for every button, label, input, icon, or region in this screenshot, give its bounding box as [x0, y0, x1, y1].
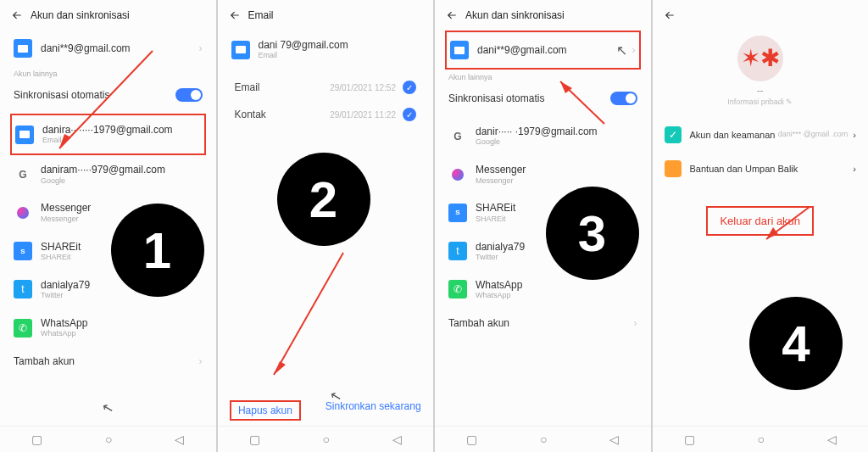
step-badge-4: 4	[749, 297, 843, 390]
primary-email: dani**9@gmail.com	[41, 42, 199, 54]
nav-bar: ▢ ○ ◁	[653, 426, 869, 452]
edit-icon: ✎	[786, 98, 793, 106]
whatsapp-icon: ✆	[14, 319, 32, 338]
account-row-whatsapp[interactable]: ✆WhatsAppWhatsApp	[10, 309, 206, 347]
primary-account-row[interactable]: dani**9@gmail.com ›	[10, 31, 206, 66]
account-type: Email	[259, 51, 420, 60]
chevron-right-icon: ›	[632, 44, 636, 56]
sync-now-button[interactable]: Sinkronkan sekarang	[326, 400, 421, 421]
check-icon: ✓	[403, 81, 416, 94]
nav-bar: ▢ ○ ◁	[435, 426, 651, 452]
sync-row-kontak[interactable]: Kontak29/01/2021 11:22✓	[228, 101, 424, 128]
account-sub: Google	[41, 176, 203, 186]
back-icon[interactable]	[661, 7, 678, 24]
profile-header: ✶✱ -- Informasi pribadi ✎	[653, 31, 869, 106]
account-name: daniram·····979@gmail.com	[41, 164, 203, 176]
sync-label: Kontak	[235, 109, 331, 120]
nav-home-icon[interactable]: ○	[758, 432, 765, 446]
mail-icon	[14, 39, 32, 58]
primary-email: dani**9@gmail.com	[477, 44, 616, 56]
nav-bar: ▢ ○ ◁	[0, 426, 216, 452]
sync-row-email[interactable]: Email29/01/2021 12:52✓	[228, 74, 424, 101]
nav-recent-icon[interactable]: ▢	[31, 432, 42, 446]
primary-account-row[interactable]: dani**9@gmail.com ↖ ›	[445, 31, 641, 70]
sync-date: 29/01/2021 11:22	[330, 110, 396, 120]
account-sub: Twitter	[41, 291, 203, 300]
nav-bar: ▢ ○ ◁	[218, 426, 434, 452]
back-icon[interactable]	[443, 7, 460, 24]
add-account-row[interactable]: Tambah akun ›	[10, 347, 206, 376]
messenger-icon	[448, 165, 467, 184]
whatsapp-icon: ✆	[448, 280, 467, 299]
auto-sync-row[interactable]: Sinkronisasi otomatis	[445, 83, 641, 114]
twitter-icon: t	[14, 280, 32, 299]
auto-sync-toggle[interactable]	[610, 92, 637, 105]
check-icon: ✓	[403, 108, 416, 121]
account-sub: Google	[476, 137, 637, 147]
shareit-icon: S	[14, 242, 32, 260]
account-row-whatsapp[interactable]: ✆WhatsAppWhatsApp	[445, 271, 641, 309]
nav-recent-icon[interactable]: ▢	[684, 432, 695, 446]
page-title: Akun dan sinkronisasi	[465, 9, 565, 21]
add-account-label: Tambah akun	[448, 317, 634, 329]
nav-back-icon[interactable]: ◁	[827, 432, 837, 446]
account-row-messenger[interactable]: MessengerMessenger	[445, 155, 641, 193]
auto-sync-label: Sinkronisasi otomatis	[14, 89, 175, 101]
shield-icon: ✓	[665, 126, 682, 143]
account-header-row[interactable]: dani 79@gmail.com Email	[228, 31, 424, 69]
account-row-google[interactable]: danir····· ·1979@gmail.comGoogle	[445, 117, 641, 155]
shareit-icon: S	[448, 204, 467, 222]
sign-out-button[interactable]: Keluar dari akun	[706, 206, 814, 236]
avatar[interactable]: ✶✱	[737, 36, 783, 81]
chevron-right-icon: ›	[199, 355, 203, 367]
profile-item-security[interactable]: ✓ Akun dan keamanan dani*** @gmail .com …	[653, 118, 869, 152]
other-accounts-label: Akun lainnya	[0, 66, 216, 80]
account-sub: WhatsApp	[41, 329, 203, 338]
nav-recent-icon[interactable]: ▢	[466, 432, 477, 446]
nav-home-icon[interactable]: ○	[540, 432, 547, 446]
profile-info-label[interactable]: Informasi pribadi ✎	[653, 98, 869, 106]
account-name: danir····· ·1979@gmail.com	[476, 126, 637, 137]
add-account-row[interactable]: Tambah akun ›	[445, 309, 641, 338]
chevron-right-icon: ›	[634, 317, 637, 329]
auto-sync-toggle[interactable]	[175, 88, 203, 102]
page-title: Akun dan sinkronisasi	[31, 9, 130, 21]
account-row-google[interactable]: daniram·····979@gmail.comGoogle	[10, 155, 206, 193]
chevron-right-icon: ›	[853, 130, 856, 140]
twitter-icon: t	[448, 242, 467, 260]
back-icon[interactable]	[226, 7, 243, 24]
nav-back-icon[interactable]: ◁	[609, 432, 619, 446]
screen-4: ✶✱ -- Informasi pribadi ✎ ✓ Akun dan kea…	[653, 0, 869, 452]
email-icon	[15, 126, 34, 144]
delete-account-button[interactable]: Hapus akun	[230, 400, 301, 421]
page-title: Email	[248, 9, 274, 21]
profile-item-help[interactable]: Bantuan dan Umpan Balik ›	[653, 152, 869, 186]
other-accounts-label: Akun lainnya	[435, 70, 651, 83]
account-name: WhatsApp	[476, 279, 637, 291]
mail-icon	[231, 41, 250, 59]
dot-icon	[665, 160, 682, 177]
nav-recent-icon[interactable]: ▢	[249, 432, 260, 446]
nav-home-icon[interactable]: ○	[323, 432, 330, 446]
step-badge-3: 3	[546, 187, 639, 280]
step-badge-1: 1	[111, 204, 204, 297]
back-icon[interactable]	[8, 7, 25, 24]
chevron-right-icon: ›	[199, 42, 203, 54]
profile-item-label: Bantuan dan Umpan Balik	[690, 164, 854, 174]
auto-sync-row[interactable]: Sinkronisasi otomatis	[10, 80, 206, 110]
account-email: dani 79@gmail.com	[259, 39, 420, 51]
cursor-icon: ↖	[616, 42, 627, 59]
nav-home-icon[interactable]: ○	[105, 432, 112, 446]
screen-2: Email dani 79@gmail.com Email Email29/01…	[218, 0, 436, 452]
nav-back-icon[interactable]: ◁	[392, 432, 402, 446]
messenger-icon	[14, 204, 32, 222]
screen-3: Akun dan sinkronisasi dani**9@gmail.com …	[435, 0, 653, 452]
account-name: danira·· ·····1979@gmail.com	[42, 124, 201, 136]
account-row-email[interactable]: danira·· ·····1979@gmail.comEmail	[10, 114, 206, 155]
screen-1: Akun dan sinkronisasi dani**9@gmail.com …	[0, 0, 218, 452]
account-name: Messenger	[476, 164, 637, 176]
profile-email-label: dani*** @gmail .com	[778, 131, 849, 139]
nav-back-icon[interactable]: ◁	[175, 432, 184, 446]
account-sub: Email	[42, 136, 201, 145]
google-icon	[448, 127, 467, 146]
